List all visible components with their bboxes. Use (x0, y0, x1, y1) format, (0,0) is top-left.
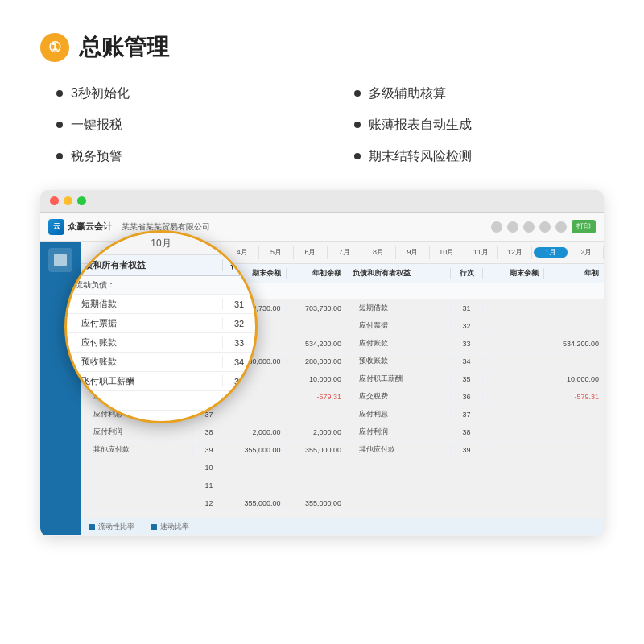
toolbar-icons: 打印 (491, 220, 596, 233)
window-chrome (40, 190, 604, 213)
logo-icon: 云 (48, 219, 64, 235)
table-row: 其他应付款 39 355,000.00 355,000.00 其他应付款 39 (80, 441, 604, 459)
mag-row-5: 飞付职工薪酬 35 (67, 372, 255, 391)
cell-name: 应付利润 (80, 427, 193, 437)
cell-num2: 33 (451, 340, 483, 348)
toolbar-icon-1 (491, 221, 502, 233)
toolbar-icon-2 (507, 221, 518, 233)
mag-cell-name: 预收账款 (67, 356, 223, 368)
cell-year2: 534,200.00 (544, 340, 605, 348)
col-period2-header: 期末余额 (483, 268, 544, 279)
table-row: 应付利润 38 2,000.00 2,000.00 应付利润 38 (80, 423, 604, 441)
mag-cell-num: 31 (223, 299, 255, 309)
cell-num: 38 (193, 428, 225, 436)
cell-num2: 32 (451, 322, 483, 330)
timeline-months: 4月 5月 6月 7月 8月 9月 10月 11月 12月 1月 2月 (225, 246, 604, 259)
logo-text: 众赢云会计 (68, 221, 112, 233)
cell-num2: 38 (451, 428, 483, 436)
mag-cell-name: 短期借款 (67, 298, 223, 310)
close-button-icon[interactable] (50, 196, 59, 205)
mag-row-1: 短期借款 31 (67, 295, 255, 314)
col-year2-header: 年初 (544, 268, 605, 279)
month-2[interactable]: 2月 (570, 246, 604, 259)
bullet-icon (56, 122, 63, 128)
cell-num: 12 (193, 499, 225, 507)
bullet-icon (354, 153, 361, 159)
app-screenshot: 云 众赢云会计 某某省某某贸易有限公司 打印 (40, 190, 604, 536)
mag-row-2: 应付票据 32 (67, 314, 255, 333)
page-title: 总账管理 (79, 32, 169, 63)
bottom-label-2: 速动比率 (160, 522, 189, 532)
magnify-overlay: 9月 10月 11月 负债和所有者权益 行次 流动负债： 短期借款 31 应付票… (64, 230, 258, 423)
bottom-dot-icon-2 (151, 524, 157, 530)
mag-cell-num: 34 (223, 357, 255, 367)
sidebar-icon-inner (54, 254, 67, 266)
month-9[interactable]: 9月 (396, 246, 430, 259)
bullet-icon (56, 153, 63, 159)
cell-name2: 其他应付款 (346, 444, 451, 455)
month-1-current[interactable]: 1月 (534, 247, 568, 258)
month-8[interactable]: 8月 (361, 246, 395, 259)
mag-header-row: 负债和所有者权益 行次 (67, 255, 255, 276)
feature-item-4: 多级辅助核算 (354, 82, 604, 105)
month-11[interactable]: 11月 (464, 246, 498, 259)
cell-year: -579.31 (287, 393, 347, 401)
cell-name2: 应付职工薪酬 (346, 374, 451, 384)
feature-item-2: 一键报税 (56, 114, 306, 137)
feature-item-6: 期末结转风险检测 (354, 145, 604, 168)
cell-year2: 10,000.00 (544, 375, 605, 383)
cell-num: 11 (193, 481, 225, 489)
cell-name2: 预收账款 (346, 356, 451, 366)
cell-year: 2,000.00 (287, 428, 347, 436)
cell-name2: 应付票据 (346, 320, 451, 331)
bottom-item-2: 速动比率 (151, 522, 189, 532)
table-row: 13 (80, 512, 604, 518)
col-year-header: 年初余额 (287, 268, 347, 279)
maximize-button-icon[interactable] (77, 196, 86, 205)
features-section: 3秒初始化 多级辅助核算 一键报税 账薄报表自动生成 税务预警 期末结转风险检测 (40, 82, 604, 167)
cell-year: 355,000.00 (287, 446, 347, 454)
minimize-button-icon[interactable] (64, 196, 72, 205)
mag-row-4: 预收账款 34 (67, 353, 255, 372)
cell-name: 其他应付款 (80, 444, 193, 455)
cell-num2: 35 (451, 375, 483, 383)
month-10[interactable]: 10月 (430, 246, 464, 259)
cell-year: 10,000.00 (287, 375, 347, 383)
cell-num: 10 (193, 464, 225, 472)
month-6[interactable]: 6月 (294, 246, 328, 259)
cell-num2: 31 (451, 304, 483, 312)
mag-cell-name: 飞付职工薪酬 (67, 375, 223, 387)
cell-num2: 36 (451, 393, 483, 401)
bullet-icon (354, 90, 361, 97)
month-5[interactable]: 5月 (259, 246, 293, 259)
cell-name2: 应交税费 (346, 391, 451, 402)
print-button[interactable]: 打印 (572, 220, 596, 233)
cell-period: 2,000.00 (225, 428, 287, 436)
cell-period: 355,000.00 (225, 499, 287, 507)
month-7[interactable]: 7月 (328, 246, 361, 259)
col-num2-header: 行次 (451, 268, 483, 279)
cell-name2: 应付账款 (346, 338, 451, 349)
number-badge: ① (40, 33, 69, 62)
cell-year: 534,200.00 (287, 340, 347, 348)
month-12[interactable]: 12月 (498, 246, 532, 259)
cell-year: 280,000.00 (287, 357, 347, 365)
cell-year: 355,000.00 (287, 499, 347, 507)
cell-year: 703,730.00 (287, 304, 347, 312)
toolbar-icon-3 (523, 221, 535, 233)
mag-cell-num: 36 (223, 396, 255, 406)
mag-section: 流动负债： (67, 276, 255, 295)
mag-col-name: 负债和所有者权益 (67, 259, 223, 271)
table-row: 10 (80, 459, 604, 477)
mag-cell-num: 32 (223, 319, 255, 328)
mag-cell-num: 35 (223, 377, 255, 386)
mag-cell-num: 33 (223, 338, 255, 348)
bottom-item-1: 流动性比率 (89, 522, 134, 532)
cell-num2: 37 (451, 411, 483, 419)
magnify-inner: 9月 10月 11月 负债和所有者权益 行次 流动负债： 短期借款 31 应付票… (67, 233, 255, 421)
cell-num2: 39 (451, 446, 483, 454)
page-container: ① 总账管理 3秒初始化 多级辅助核算 一键报税 账薄报表自动生成 税务预警 期… (0, 0, 644, 644)
feature-item-3: 税务预警 (56, 145, 306, 168)
mag-col-num: 行次 (223, 259, 255, 271)
bottom-label-1: 流动性比率 (98, 522, 134, 532)
